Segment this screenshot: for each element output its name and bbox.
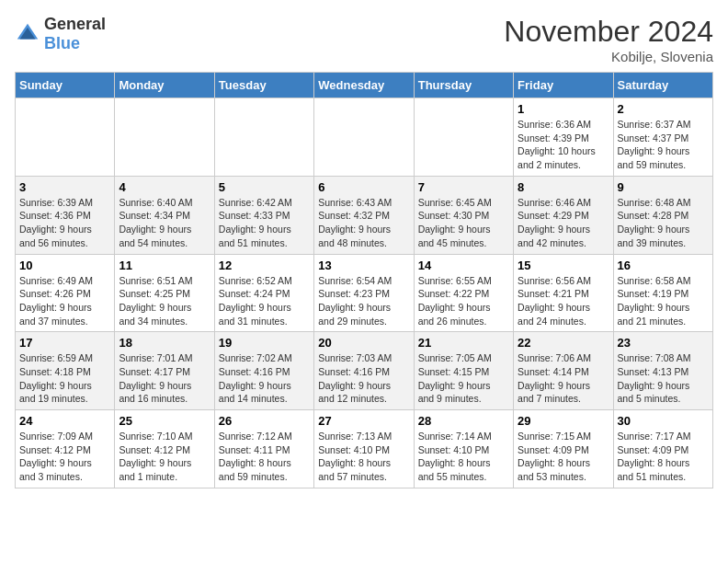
day-info: Sunrise: 7:08 AM Sunset: 4:13 PM Dayligh… bbox=[618, 351, 709, 406]
day-number: 13 bbox=[318, 259, 409, 272]
day-info: Sunrise: 7:14 AM Sunset: 4:10 PM Dayligh… bbox=[418, 430, 509, 484]
calendar-cell: 8Sunrise: 6:46 AM Sunset: 4:29 PM Daylig… bbox=[514, 176, 613, 254]
day-info: Sunrise: 7:06 AM Sunset: 4:14 PM Dayligh… bbox=[518, 351, 609, 406]
calendar-cell: 18Sunrise: 7:01 AM Sunset: 4:17 PM Dayli… bbox=[115, 332, 214, 410]
title-block: November 2024 Kobilje, Slovenia bbox=[504, 15, 713, 64]
calendar-cell: 10Sunrise: 6:49 AM Sunset: 4:26 PM Dayli… bbox=[16, 254, 115, 332]
day-info: Sunrise: 6:37 AM Sunset: 4:37 PM Dayligh… bbox=[618, 118, 709, 172]
calendar-cell: 4Sunrise: 6:40 AM Sunset: 4:34 PM Daylig… bbox=[115, 176, 214, 254]
day-number: 15 bbox=[518, 259, 609, 272]
day-number: 23 bbox=[618, 336, 709, 350]
day-info: Sunrise: 7:12 AM Sunset: 4:11 PM Dayligh… bbox=[219, 430, 310, 484]
day-info: Sunrise: 6:55 AM Sunset: 4:22 PM Dayligh… bbox=[418, 274, 509, 328]
calendar-week-row: 24Sunrise: 7:09 AM Sunset: 4:12 PM Dayli… bbox=[16, 410, 713, 488]
day-number: 24 bbox=[19, 414, 110, 428]
calendar-cell: 11Sunrise: 6:51 AM Sunset: 4:25 PM Dayli… bbox=[115, 254, 214, 332]
calendar-cell bbox=[314, 98, 414, 177]
calendar-cell: 16Sunrise: 6:58 AM Sunset: 4:19 PM Dayli… bbox=[613, 254, 712, 332]
day-info: Sunrise: 6:36 AM Sunset: 4:39 PM Dayligh… bbox=[518, 118, 609, 172]
day-info: Sunrise: 7:05 AM Sunset: 4:15 PM Dayligh… bbox=[418, 351, 509, 406]
day-number: 4 bbox=[119, 180, 210, 194]
day-number: 12 bbox=[219, 259, 310, 272]
calendar-week-row: 17Sunrise: 6:59 AM Sunset: 4:18 PM Dayli… bbox=[16, 332, 713, 410]
day-info: Sunrise: 6:52 AM Sunset: 4:24 PM Dayligh… bbox=[219, 274, 310, 328]
logo-general-text: General bbox=[44, 15, 106, 33]
day-info: Sunrise: 6:42 AM Sunset: 4:33 PM Dayligh… bbox=[219, 196, 310, 250]
calendar-week-row: 3Sunrise: 6:39 AM Sunset: 4:36 PM Daylig… bbox=[16, 176, 713, 254]
calendar-cell: 24Sunrise: 7:09 AM Sunset: 4:12 PM Dayli… bbox=[16, 410, 115, 488]
day-info: Sunrise: 6:45 AM Sunset: 4:30 PM Dayligh… bbox=[418, 196, 509, 250]
day-info: Sunrise: 7:03 AM Sunset: 4:16 PM Dayligh… bbox=[318, 351, 409, 406]
day-info: Sunrise: 6:40 AM Sunset: 4:34 PM Dayligh… bbox=[119, 196, 210, 250]
weekday-header-monday: Monday bbox=[115, 73, 214, 98]
weekday-header-row: SundayMondayTuesdayWednesdayThursdayFrid… bbox=[16, 73, 713, 98]
day-info: Sunrise: 6:39 AM Sunset: 4:36 PM Dayligh… bbox=[19, 196, 110, 250]
calendar-cell: 20Sunrise: 7:03 AM Sunset: 4:16 PM Dayli… bbox=[314, 332, 414, 410]
day-info: Sunrise: 7:15 AM Sunset: 4:09 PM Dayligh… bbox=[518, 430, 609, 484]
day-info: Sunrise: 7:02 AM Sunset: 4:16 PM Dayligh… bbox=[219, 351, 310, 406]
day-number: 29 bbox=[518, 414, 609, 428]
calendar-cell: 5Sunrise: 6:42 AM Sunset: 4:33 PM Daylig… bbox=[214, 176, 313, 254]
day-info: Sunrise: 7:13 AM Sunset: 4:10 PM Dayligh… bbox=[318, 430, 409, 484]
day-number: 11 bbox=[119, 259, 210, 272]
calendar-cell: 19Sunrise: 7:02 AM Sunset: 4:16 PM Dayli… bbox=[214, 332, 313, 410]
weekday-header-thursday: Thursday bbox=[414, 73, 513, 98]
calendar-cell: 17Sunrise: 6:59 AM Sunset: 4:18 PM Dayli… bbox=[16, 332, 115, 410]
calendar-cell bbox=[115, 98, 214, 177]
day-info: Sunrise: 7:10 AM Sunset: 4:12 PM Dayligh… bbox=[119, 430, 210, 484]
day-number: 26 bbox=[219, 414, 310, 428]
day-number: 14 bbox=[418, 259, 509, 272]
day-info: Sunrise: 6:46 AM Sunset: 4:29 PM Dayligh… bbox=[518, 196, 609, 250]
calendar-table: SundayMondayTuesdayWednesdayThursdayFrid… bbox=[15, 72, 713, 488]
day-info: Sunrise: 7:17 AM Sunset: 4:09 PM Dayligh… bbox=[618, 430, 709, 484]
location: Kobilje, Slovenia bbox=[504, 49, 713, 64]
calendar-cell: 26Sunrise: 7:12 AM Sunset: 4:11 PM Dayli… bbox=[214, 410, 313, 488]
day-number: 18 bbox=[119, 336, 210, 350]
calendar-cell: 13Sunrise: 6:54 AM Sunset: 4:23 PM Dayli… bbox=[314, 254, 414, 332]
calendar-cell: 30Sunrise: 7:17 AM Sunset: 4:09 PM Dayli… bbox=[613, 410, 712, 488]
day-number: 25 bbox=[119, 414, 210, 428]
logo-blue-text: Blue bbox=[44, 34, 80, 52]
day-number: 6 bbox=[318, 180, 409, 194]
day-number: 9 bbox=[618, 180, 709, 194]
day-info: Sunrise: 6:51 AM Sunset: 4:25 PM Dayligh… bbox=[119, 274, 210, 328]
logo-icon bbox=[15, 21, 40, 47]
day-info: Sunrise: 6:56 AM Sunset: 4:21 PM Dayligh… bbox=[518, 274, 609, 328]
day-number: 7 bbox=[418, 180, 509, 194]
month-title: November 2024 bbox=[504, 15, 713, 49]
calendar-cell: 21Sunrise: 7:05 AM Sunset: 4:15 PM Dayli… bbox=[414, 332, 513, 410]
weekday-header-friday: Friday bbox=[514, 73, 613, 98]
weekday-header-tuesday: Tuesday bbox=[214, 73, 313, 98]
day-info: Sunrise: 7:09 AM Sunset: 4:12 PM Dayligh… bbox=[19, 430, 110, 484]
day-info: Sunrise: 6:49 AM Sunset: 4:26 PM Dayligh… bbox=[19, 274, 110, 328]
calendar-cell: 29Sunrise: 7:15 AM Sunset: 4:09 PM Dayli… bbox=[514, 410, 613, 488]
calendar-cell: 15Sunrise: 6:56 AM Sunset: 4:21 PM Dayli… bbox=[514, 254, 613, 332]
day-number: 22 bbox=[518, 336, 609, 350]
calendar-week-row: 1Sunrise: 6:36 AM Sunset: 4:39 PM Daylig… bbox=[16, 98, 713, 177]
day-number: 5 bbox=[219, 180, 310, 194]
calendar-cell: 9Sunrise: 6:48 AM Sunset: 4:28 PM Daylig… bbox=[613, 176, 712, 254]
weekday-header-sunday: Sunday bbox=[16, 73, 115, 98]
calendar-cell: 22Sunrise: 7:06 AM Sunset: 4:14 PM Dayli… bbox=[514, 332, 613, 410]
calendar-cell bbox=[214, 98, 313, 177]
day-number: 19 bbox=[219, 336, 310, 350]
calendar-cell: 2Sunrise: 6:37 AM Sunset: 4:37 PM Daylig… bbox=[613, 98, 712, 177]
day-number: 1 bbox=[518, 102, 609, 116]
weekday-header-saturday: Saturday bbox=[613, 73, 712, 98]
calendar-cell: 12Sunrise: 6:52 AM Sunset: 4:24 PM Dayli… bbox=[214, 254, 313, 332]
calendar-cell: 27Sunrise: 7:13 AM Sunset: 4:10 PM Dayli… bbox=[314, 410, 414, 488]
calendar-week-row: 10Sunrise: 6:49 AM Sunset: 4:26 PM Dayli… bbox=[16, 254, 713, 332]
day-number: 27 bbox=[318, 414, 409, 428]
calendar-cell: 14Sunrise: 6:55 AM Sunset: 4:22 PM Dayli… bbox=[414, 254, 513, 332]
day-number: 8 bbox=[518, 180, 609, 194]
day-number: 16 bbox=[618, 259, 709, 272]
day-info: Sunrise: 6:59 AM Sunset: 4:18 PM Dayligh… bbox=[19, 351, 110, 406]
day-number: 28 bbox=[418, 414, 509, 428]
calendar-cell: 28Sunrise: 7:14 AM Sunset: 4:10 PM Dayli… bbox=[414, 410, 513, 488]
calendar-cell: 3Sunrise: 6:39 AM Sunset: 4:36 PM Daylig… bbox=[16, 176, 115, 254]
weekday-header-wednesday: Wednesday bbox=[314, 73, 414, 98]
day-info: Sunrise: 6:48 AM Sunset: 4:28 PM Dayligh… bbox=[618, 196, 709, 250]
day-number: 30 bbox=[618, 414, 709, 428]
day-number: 3 bbox=[19, 180, 110, 194]
calendar-cell bbox=[16, 98, 115, 177]
